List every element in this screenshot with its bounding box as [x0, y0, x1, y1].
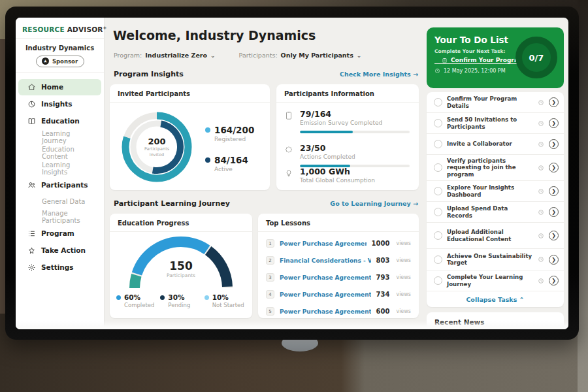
collapse-tasks-link[interactable]: Collapse Tasks ⌃	[427, 291, 564, 307]
go-to-learning-journey-link[interactable]: Go to Learning Journey →	[330, 200, 418, 207]
program-filter[interactable]: Program: Industrialize Zero ⌄	[114, 52, 216, 59]
task-row: Complete Your Learning Journey ❯	[427, 270, 564, 291]
gauge-legend: 60% Completed 30% Pending 10% Not Starte…	[116, 293, 248, 308]
task-go-button[interactable]: ❯	[549, 276, 559, 286]
task-checkbox[interactable]	[434, 140, 442, 148]
donut-center-value: 200	[148, 137, 165, 146]
task-checkbox[interactable]	[434, 163, 442, 172]
sidebar-item-insights[interactable]: Insights	[18, 96, 101, 112]
lesson-link[interactable]: Power Purchase Agreements 103	[280, 308, 371, 315]
donut-center-label: Participants Invited	[140, 146, 174, 157]
consumption-row: 1,000 GWh Total Global Consumption	[284, 167, 410, 184]
todo-due-date: 12 May 2025, 12:00 PM	[434, 68, 506, 74]
sidebar-item-home[interactable]: Home	[18, 79, 101, 95]
task-label[interactable]: Send 50 Invitations to Participants	[447, 116, 533, 130]
section-title: Participant Learning Journey	[114, 199, 230, 208]
task-row: Upload Spend Data Records ❯	[427, 202, 564, 223]
clipboard-icon	[442, 57, 448, 63]
gauge-center-label: Participants	[125, 272, 237, 278]
rank-badge: 2	[266, 256, 274, 265]
lesson-link[interactable]: Power Purchase Agreements 102	[280, 291, 371, 298]
spark-icon	[27, 246, 36, 255]
sidebar-item-program[interactable]: Program	[18, 225, 101, 242]
task-label[interactable]: Verify participants requesting to join t…	[447, 157, 533, 178]
task-go-button[interactable]: ❯	[549, 231, 559, 240]
sidebar-item-learning-journey[interactable]: Learning Journey	[18, 130, 101, 145]
task-checkbox[interactable]	[434, 208, 442, 216]
sidebar-nav: Home Insights Education Learning Journey…	[16, 73, 104, 276]
task-row: Verify participants requesting to join t…	[427, 155, 564, 181]
actions-completed-row: 23/50 Actions Completed	[284, 143, 410, 167]
task-go-button[interactable]: ❯	[549, 207, 559, 217]
card-title: Participants Information	[276, 84, 419, 103]
sidebar-item-education-content[interactable]: Education Content	[18, 146, 101, 161]
sidebar: RESOURCE ADVISOR+ Industry Dynamics ★ Sp…	[16, 18, 105, 329]
task-checkbox[interactable]	[434, 255, 442, 264]
task-go-button[interactable]: ❯	[549, 139, 559, 149]
sidebar-item-manage-participants[interactable]: Manage Participants	[18, 210, 101, 225]
task-go-button[interactable]: ❯	[549, 163, 559, 172]
rank-badge: 4	[266, 290, 274, 299]
task-label[interactable]: Upload Additional Educational Content	[447, 229, 533, 242]
todo-task-list: Confirm Your Program Details ❯ Send 50 I…	[427, 92, 564, 307]
sidebar-item-take-action[interactable]: Take Action	[18, 242, 101, 259]
recent-news-title: Recent News	[427, 312, 564, 329]
top-lessons-card: Top Lessons 1 Power Purchase Agreements …	[258, 214, 419, 318]
lesson-link[interactable]: Power Purchase Agreements 101	[280, 240, 367, 247]
task-go-button[interactable]: ❯	[549, 186, 559, 196]
task-checkbox[interactable]	[434, 119, 442, 127]
task-label[interactable]: Explore Your Insights Dashboard	[447, 184, 533, 198]
room-background-right	[578, 0, 588, 392]
task-checkbox[interactable]	[434, 231, 442, 240]
clock-icon	[538, 141, 544, 148]
clock-icon	[538, 278, 544, 284]
lesson-link[interactable]: Financial Considerations - VPPAs	[280, 257, 371, 264]
task-go-button[interactable]: ❯	[549, 255, 559, 265]
dashboard-screen: RESOURCE ADVISOR+ Industry Dynamics ★ Sp…	[16, 18, 568, 329]
registered-dot	[205, 127, 210, 133]
task-checkbox[interactable]	[434, 276, 442, 285]
lesson-row: 5 Power Purchase Agreements 103 600 view…	[266, 303, 411, 319]
task-label[interactable]: Upload Spend Data Records	[447, 205, 533, 219]
section-title: Program Insights	[114, 70, 184, 78]
logo-resource: RESOURCE	[22, 25, 65, 33]
participants-information-card: Participants Information 79/164 Emission…	[276, 84, 419, 190]
rank-badge: 3	[266, 273, 274, 282]
clock-icon	[538, 188, 544, 195]
legend-completed: 60% Completed	[116, 293, 160, 308]
home-icon	[27, 83, 36, 91]
recent-news-card: Recent News	[427, 312, 564, 329]
task-label[interactable]: Complete Your Learning Journey	[447, 274, 533, 287]
task-checkbox[interactable]	[434, 98, 442, 106]
sidebar-item-education[interactable]: Education	[18, 113, 101, 129]
actions-icon	[284, 145, 293, 154]
participants-filter[interactable]: Participants: Only My Participants ⌄	[239, 52, 362, 59]
pie-chart-icon	[27, 100, 36, 108]
lesson-link[interactable]: Power Purchase Agreements 101	[280, 274, 371, 281]
bulb-icon	[284, 169, 293, 178]
task-label[interactable]: Achieve One Sustainability Target	[447, 253, 533, 267]
sidebar-item-learning-insights[interactable]: Learning Insights	[18, 161, 101, 176]
sidebar-item-participants[interactable]: Participants	[18, 177, 101, 193]
chevron-down-icon: ⌄	[210, 52, 216, 59]
completed-dot	[116, 295, 121, 300]
sponsor-label: Sponsor	[52, 58, 78, 65]
task-go-button[interactable]: ❯	[549, 97, 559, 107]
chevron-down-icon: ⌄	[357, 52, 362, 59]
card-title: Education Progress	[110, 214, 252, 232]
task-go-button[interactable]: ❯	[549, 118, 559, 128]
task-label[interactable]: Confirm Your Program Details	[447, 95, 533, 109]
people-icon	[27, 181, 36, 189]
sidebar-item-general-data[interactable]: General Data	[18, 194, 101, 209]
legend-pending: 30% Pending	[160, 293, 204, 308]
task-row: Upload Additional Educational Content ❯	[427, 223, 564, 249]
task-row: Explore Your Insights Dashboard ❯	[427, 181, 564, 202]
emission-survey-row: 79/164 Emission Survey Completed	[284, 109, 410, 133]
task-checkbox[interactable]	[434, 187, 442, 195]
task-row: Invite a Collaborator ❯	[427, 134, 564, 155]
sidebar-item-settings[interactable]: Settings	[18, 259, 101, 276]
sponsor-badge[interactable]: ★ Sponsor	[36, 56, 84, 67]
check-more-insights-link[interactable]: Check More Insights →	[340, 71, 418, 78]
task-label[interactable]: Invite a Collaborator	[447, 140, 533, 147]
filters-row: Program: Industrialize Zero ⌄ Participan…	[114, 52, 361, 59]
